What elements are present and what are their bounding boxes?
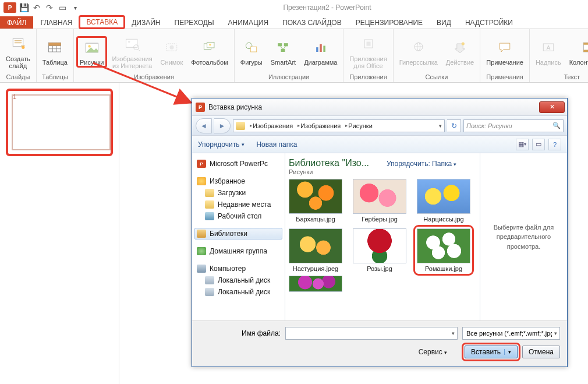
photo-album-button[interactable]: Фотоальбом [187, 37, 232, 67]
file-filter-combo[interactable]: Все рисунки (*.emf;*.wmf;*.jpg▾ [462, 327, 560, 340]
tree-label: Компьютер [210, 265, 246, 273]
quick-access-toolbar: P 💾 ↶ ↷ ▭ ▾ Презентация2 - PowerPoint [0, 0, 588, 15]
group-comments: Примечание Примечания [480, 29, 530, 82]
address-dropdown-icon[interactable]: ▾ [437, 123, 444, 129]
help-button[interactable]: ? [548, 139, 561, 150]
tree-item-desktop[interactable]: Рабочий стол [194, 210, 282, 222]
tab-review[interactable]: РЕЦЕНЗИРОВАНИЕ [349, 16, 430, 29]
group-apps: Приложения для Office Приложения [343, 29, 393, 82]
tree-item-favorites[interactable]: Избранное [194, 175, 282, 187]
file-item[interactable]: Нарциссы.jpg [417, 179, 470, 223]
qat-customize-icon[interactable]: ▾ [70, 2, 80, 13]
svg-text:A: A [546, 44, 550, 51]
tab-transitions[interactable]: ПЕРЕХОДЫ [168, 16, 221, 29]
screenshot-button[interactable]: Снимок [157, 37, 187, 67]
tree-label: Библиотеки [210, 230, 247, 238]
screenshot-icon [162, 38, 182, 58]
file-thumbnail [353, 179, 406, 214]
file-thumbnail [417, 228, 470, 263]
nav-back-button[interactable]: ◄ [196, 118, 212, 133]
tab-home[interactable]: ГЛАВНАЯ [33, 16, 79, 29]
chart-label: Диаграмма [304, 59, 337, 66]
view-mode-button[interactable]: ▦ ▾ [516, 139, 529, 150]
breadcrumb-seg[interactable]: Рисунки [348, 122, 373, 129]
file-item[interactable]: Герберы.jpg [353, 179, 406, 223]
file-item[interactable]: Настурция.jpeg [289, 228, 342, 272]
tab-design[interactable]: ДИЗАЙН [125, 16, 167, 29]
breadcrumb-seg[interactable]: Изображения [253, 122, 293, 129]
chart-button[interactable]: Диаграмма [300, 37, 341, 67]
headerfooter-button[interactable]: Колонтитулы [566, 37, 588, 67]
search-icon: 🔍 [552, 122, 561, 129]
library-subtitle: Рисунки [289, 168, 369, 175]
tree-item-recent[interactable]: Недавние места [194, 199, 282, 210]
pictures-button[interactable]: Рисунки [76, 36, 108, 68]
insert-button[interactable]: Вставить▾ [465, 346, 518, 358]
tree-item-localdisk[interactable]: Локальный диск [194, 274, 282, 286]
pictures-label: Рисунки [80, 59, 104, 66]
textbox-button[interactable]: A Надпись [532, 37, 565, 67]
office-apps-button[interactable]: Приложения для Office [346, 33, 390, 71]
action-button[interactable]: Действие [442, 37, 477, 67]
tree-item-libraries[interactable]: Библиотеки [194, 228, 282, 239]
start-slideshow-icon[interactable]: ▭ [57, 2, 68, 13]
tree-label: Microsoft PowerPc [210, 160, 268, 168]
tab-file[interactable]: ФАЙЛ [0, 16, 33, 29]
organize-menu[interactable]: Упорядочить ▾ [198, 140, 245, 149]
file-item[interactable]: Бархатцы.jpg [289, 179, 342, 223]
tree-label: Локальный диск [218, 288, 270, 296]
new-folder-button[interactable]: Новая папка [256, 140, 297, 149]
ribbon-tabs: ФАЙЛ ГЛАВНАЯ ВСТАВКА ДИЗАЙН ПЕРЕХОДЫ АНИ… [0, 15, 588, 29]
service-menu[interactable]: Сервис ▾ [419, 348, 447, 356]
table-button[interactable]: Таблица [39, 37, 71, 67]
online-pictures-button[interactable]: Изображения из Интернета [108, 33, 155, 71]
shapes-button[interactable]: Фигуры [237, 37, 266, 67]
preview-pane-button[interactable]: ▭ [532, 139, 545, 150]
file-item-selected[interactable]: Ромашки.jpg [417, 228, 470, 272]
nav-forward-button[interactable]: ► [214, 118, 231, 133]
group-illustrations-label: Иллюстрации [268, 72, 309, 82]
breadcrumb-seg[interactable]: Изображения [300, 122, 341, 129]
svg-rect-2 [15, 42, 22, 43]
refresh-button[interactable]: ↻ [447, 119, 461, 132]
tree-item-powerpoint[interactable]: PMicrosoft PowerPc [194, 158, 282, 170]
tree-item-downloads[interactable]: Загрузки [194, 187, 282, 199]
tab-view[interactable]: ВИД [430, 16, 458, 29]
tree-item-computer[interactable]: Компьютер [194, 263, 282, 274]
filename-input[interactable]: ▾ [285, 327, 458, 340]
redo-icon[interactable]: ↷ [44, 2, 55, 13]
window-title: Презентация2 - PowerPoint [83, 3, 572, 12]
hyperlink-icon [409, 38, 428, 58]
dialog-footer: Имя файла: ▾ Все рисунки (*.emf;*.wmf;*.… [192, 320, 567, 367]
hyperlink-button[interactable]: Гиперссылка [396, 37, 441, 67]
group-comments-label: Примечания [486, 72, 523, 82]
slide-thumbnail-1[interactable]: 1 [6, 89, 113, 156]
comment-icon [495, 38, 515, 58]
comment-button[interactable]: Примечание [483, 37, 527, 67]
cancel-label: Отмена [529, 348, 554, 356]
library-sort[interactable]: Упорядочить: Папка ▾ [387, 160, 456, 168]
tree-item-localdisk[interactable]: Локальный диск [194, 286, 282, 298]
group-slides: Создать слайд Слайды [0, 29, 37, 82]
tab-slideshow[interactable]: ПОКАЗ СЛАЙДОВ [275, 16, 349, 29]
preview-panel: Выберите файл для предварительного просм… [480, 153, 567, 320]
search-input[interactable]: Поиск: Рисунки 🔍 [463, 119, 564, 132]
smartart-button[interactable]: SmartArt [267, 37, 299, 67]
svg-rect-22 [250, 47, 257, 52]
dialog-close-button[interactable]: ✕ [539, 101, 565, 113]
file-item[interactable] [289, 276, 342, 294]
cancel-button[interactable]: Отмена [522, 346, 560, 358]
tab-addins[interactable]: НАДСТРОЙКИ [458, 16, 520, 29]
group-tables-label: Таблицы [42, 72, 68, 82]
tree-item-homegroup[interactable]: Домашняя группа [194, 245, 282, 257]
file-item[interactable]: Розы.jpg [353, 228, 406, 272]
tab-animation[interactable]: АНИМАЦИЯ [221, 16, 275, 29]
save-icon[interactable]: 💾 [19, 2, 29, 13]
split-dropdown-icon[interactable]: ▾ [504, 349, 511, 355]
new-slide-button[interactable]: Создать слайд [2, 33, 34, 71]
undo-icon[interactable]: ↶ [31, 2, 42, 13]
preview-hint: Выберите файл для предварительного просм… [486, 223, 561, 252]
tab-insert[interactable]: ВСТАВКА [79, 16, 125, 29]
group-slides-label: Слайды [6, 72, 30, 82]
address-bar[interactable]: ▸Изображения ▸Изображения ▸Рисунки ▾ [233, 119, 445, 132]
